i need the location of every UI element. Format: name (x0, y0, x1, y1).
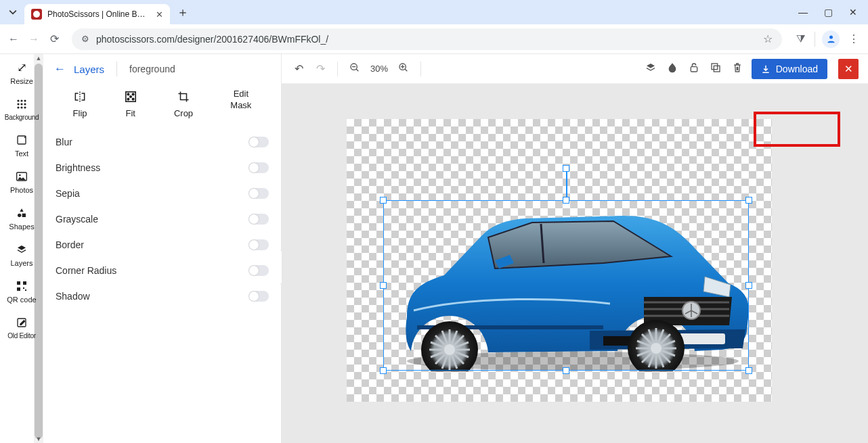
zoom-out-button[interactable] (347, 62, 362, 76)
browser-menu-button[interactable]: ⋮ (846, 32, 861, 45)
svg-point-8 (20, 106, 22, 108)
extensions-icon[interactable]: ⧩ (793, 33, 808, 45)
selection-box[interactable] (383, 200, 749, 371)
tool-label: Crop (174, 108, 193, 118)
toggle[interactable] (248, 214, 269, 225)
undo-button[interactable]: ↶ (291, 62, 306, 75)
prop-label: Border (56, 239, 84, 250)
flip-icon (73, 89, 87, 104)
prop-label: Corner Radius (56, 265, 116, 276)
rotate-handle[interactable] (563, 165, 569, 172)
sidebar-item-label: QR code (7, 296, 36, 304)
tool-label: Mask (230, 101, 251, 111)
shapes-icon (16, 206, 27, 220)
toggle[interactable] (248, 291, 269, 302)
prop-blur[interactable]: Blur (56, 129, 269, 155)
browser-tab-strip: PhotoScissors | Online Backgro ✕ ＋ — ▢ ✕ (0, 0, 868, 24)
address-bar[interactable]: ⚙ photoscissors.com/designer/2001627406/… (72, 28, 782, 50)
svg-point-7 (17, 106, 19, 108)
tabs-dropdown-button[interactable] (5, 5, 20, 20)
selection-handle-sw[interactable] (380, 367, 387, 374)
tool-edit-mask[interactable]: Edit Mask (230, 89, 251, 111)
nav-forward-button[interactable]: → (27, 33, 41, 45)
grid-icon (16, 97, 27, 111)
svg-rect-16 (23, 281, 26, 285)
selection-handle-ne[interactable] (745, 197, 752, 204)
sidebar-item-shapes[interactable]: Shapes (5, 206, 39, 231)
prop-brightness[interactable]: Brightness (56, 155, 269, 181)
bookmark-star-icon[interactable]: ☆ (763, 32, 773, 45)
trash-icon[interactable] (730, 62, 745, 76)
svg-point-9 (24, 106, 26, 108)
sidebar-item-background[interactable]: Background (5, 97, 39, 121)
layers-stack-icon[interactable] (643, 62, 658, 76)
nav-back-button[interactable]: ← (7, 33, 20, 45)
download-icon (761, 64, 771, 74)
prop-grayscale[interactable]: Grayscale (56, 206, 269, 232)
zoom-in-button[interactable] (396, 62, 411, 76)
window-close-button[interactable]: ✕ (849, 7, 857, 18)
tool-label: Flip (73, 108, 87, 118)
canvas-area[interactable] (282, 84, 868, 443)
selection-handle-e[interactable] (745, 282, 752, 289)
sidebar-item-layers[interactable]: Layers (5, 243, 39, 267)
prop-sepia[interactable]: Sepia (56, 181, 269, 206)
window-minimize-button[interactable]: — (798, 7, 808, 18)
browser-toolbar: ← → ⟳ ⚙ photoscissors.com/designer/20016… (0, 24, 868, 54)
tool-fit[interactable]: Fit (125, 89, 137, 118)
tool-flip[interactable]: Flip (73, 89, 87, 118)
toggle[interactable] (248, 188, 269, 199)
selection-handle-n[interactable] (563, 197, 569, 204)
download-button[interactable]: Download (752, 59, 827, 79)
svg-point-22 (127, 93, 129, 95)
lock-icon[interactable] (687, 62, 701, 76)
toggle[interactable] (248, 137, 269, 147)
svg-point-24 (129, 96, 131, 98)
tab-close-icon[interactable]: ✕ (156, 9, 163, 20)
sidebar-item-old-editor[interactable]: Old Editor (5, 316, 39, 340)
profile-avatar[interactable] (822, 30, 840, 48)
svg-point-6 (24, 103, 26, 105)
window-maximize-button[interactable]: ▢ (824, 7, 833, 18)
sidebar-item-photos[interactable]: Photos (5, 170, 39, 194)
zoom-percentage[interactable]: 30% (370, 64, 388, 74)
selection-handle-w[interactable] (380, 282, 387, 289)
opacity-drop-icon[interactable] (665, 62, 680, 76)
sidebar-item-qrcode[interactable]: QR code (5, 279, 39, 304)
prop-shadow[interactable]: Shadow (56, 283, 269, 309)
svg-point-2 (20, 99, 22, 101)
tab-title: PhotoScissors | Online Backgro (47, 9, 149, 19)
layers-back-link[interactable]: Layers (74, 64, 104, 75)
download-label: Download (776, 64, 818, 74)
properties-panel: ← Layers foreground Flip Fit (43, 54, 282, 443)
url-text: photoscissors.com/designer/2001627406/BW… (96, 34, 328, 45)
svg-rect-19 (25, 289, 26, 291)
duplicate-icon[interactable] (708, 62, 723, 76)
selection-handle-nw[interactable] (380, 197, 387, 204)
browser-tab[interactable]: PhotoScissors | Online Backgro ✕ (24, 4, 170, 24)
svg-point-1 (17, 99, 19, 101)
selection-handle-s[interactable] (563, 367, 569, 374)
prop-corner-radius[interactable]: Corner Radius (56, 258, 269, 283)
nav-reload-button[interactable]: ⟳ (47, 32, 61, 45)
toggle[interactable] (248, 162, 269, 173)
tool-crop[interactable]: Crop (174, 89, 193, 118)
redo-button[interactable]: ↷ (313, 62, 328, 75)
rotate-handle-line (566, 172, 567, 200)
prop-label: Brightness (56, 162, 100, 173)
new-tab-button[interactable]: ＋ (177, 4, 189, 20)
site-settings-icon[interactable]: ⚙ (81, 34, 89, 44)
sidebar-item-text[interactable]: Text (5, 133, 39, 158)
close-editor-button[interactable]: ✕ (838, 59, 859, 79)
sidebar-item-resize[interactable]: ⤢ Resize (5, 61, 39, 85)
selection-handle-se[interactable] (745, 367, 752, 374)
svg-rect-29 (691, 66, 697, 71)
resize-icon: ⤢ (17, 61, 27, 74)
svg-point-13 (18, 214, 21, 217)
crop-icon (177, 89, 190, 104)
prop-border[interactable]: Border (56, 232, 269, 258)
back-arrow-icon[interactable]: ← (54, 62, 66, 76)
toggle[interactable] (248, 265, 269, 276)
sidebar-item-label: Photos (10, 186, 33, 194)
toggle[interactable] (248, 239, 269, 250)
